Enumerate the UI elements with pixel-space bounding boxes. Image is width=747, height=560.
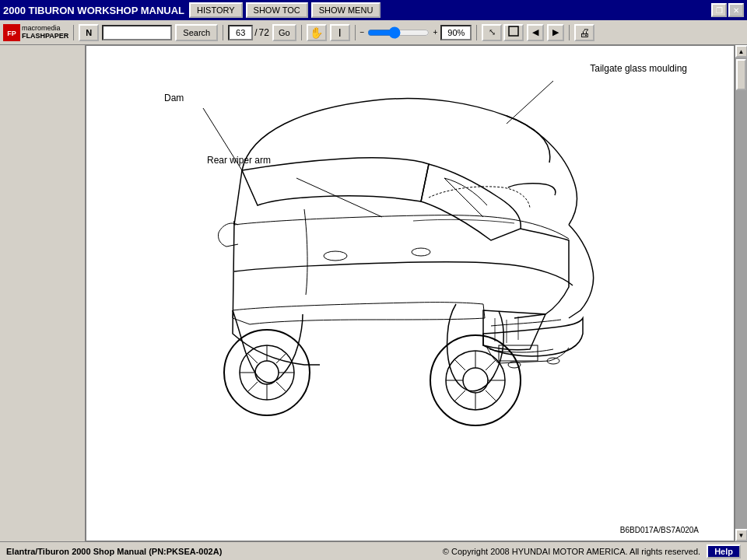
svg-point-22 <box>430 335 521 425</box>
show-menu-button[interactable]: SHOW MENU <box>311 2 381 18</box>
copyright-text: © Copyright 2008 HYUNDAI MOTOR AMERICA. … <box>443 547 700 556</box>
status-right: © Copyright 2008 HYUNDAI MOTOR AMERICA. … <box>443 544 741 558</box>
svg-line-31 <box>454 390 465 401</box>
status-bar: Elantra/Tiburon 2000 Shop Manual (PN:PKS… <box>0 541 747 560</box>
separator-6 <box>569 25 570 40</box>
nav-button[interactable]: N <box>79 24 99 41</box>
zoom-display: 90% <box>440 25 472 40</box>
restore-button[interactable]: ❐ <box>711 3 727 17</box>
printer-icon: 🖨 <box>579 26 590 39</box>
text-cursor-icon: I <box>338 26 342 39</box>
zoom-minus-icon: − <box>360 28 365 37</box>
restore-icon: ❐ <box>716 6 723 15</box>
logo: FP macromedia FLASHPAPER <box>3 24 68 41</box>
zoom-slider[interactable] <box>367 26 430 39</box>
next-arrow-icon: ▶ <box>552 27 559 37</box>
text-select-button[interactable]: I <box>330 24 350 41</box>
svg-rect-2 <box>509 26 518 36</box>
view-buttons: ⤡ <box>482 24 524 41</box>
separator-5 <box>476 25 477 40</box>
zoom-plus-icon: + <box>433 28 437 37</box>
close-icon: ✕ <box>733 6 739 15</box>
hand-tool-button[interactable]: ✋ <box>307 24 327 41</box>
svg-point-11 <box>224 330 310 415</box>
show-toc-button[interactable]: SHOW TOC <box>246 2 308 18</box>
svg-text:FP: FP <box>7 30 16 37</box>
page-total: 72 <box>259 27 269 38</box>
zoom-controls: − + 90% <box>360 25 472 40</box>
svg-point-7 <box>412 248 430 256</box>
svg-line-32 <box>486 359 496 370</box>
close-button[interactable]: ✕ <box>728 3 744 17</box>
page-icon <box>508 26 519 37</box>
left-sidebar <box>0 45 86 541</box>
page-display: / 72 <box>228 25 269 40</box>
scroll-down-button[interactable]: ▼ <box>735 529 748 541</box>
page-number-input[interactable] <box>228 25 253 40</box>
content-wrapper: Tailgate glass moulding Dam Rear wiper a… <box>0 45 747 541</box>
fit-page-button[interactable]: ⤡ <box>482 24 502 41</box>
diagram-area: Tailgate glass moulding Dam Rear wiper a… <box>86 46 734 541</box>
svg-point-13 <box>255 361 279 384</box>
svg-line-19 <box>276 382 286 392</box>
hand-icon: ✋ <box>310 26 323 39</box>
toolbar: FP macromedia FLASHPAPER N Search / 72 G… <box>0 20 747 45</box>
svg-line-30 <box>486 390 496 401</box>
prev-arrow-icon: ◀ <box>532 27 538 37</box>
status-document-info: Elantra/Tiburon 2000 Shop Manual (PN:PKS… <box>6 547 222 556</box>
svg-line-29 <box>454 359 465 370</box>
document-area: Tailgate glass moulding Dam Rear wiper a… <box>86 45 735 541</box>
flashpaper-logo-icon: FP <box>3 24 20 41</box>
scroll-down-icon: ▼ <box>738 532 745 539</box>
page-separator: / <box>254 27 257 38</box>
search-button[interactable]: Search <box>175 24 218 41</box>
next-page-button[interactable]: ▶ <box>547 24 564 41</box>
separator-2 <box>223 25 223 40</box>
vertical-scrollbar: ▲ ▼ <box>735 45 747 541</box>
history-button[interactable]: HISTORY <box>189 2 243 18</box>
app-title: 2000 TIBURON WORKSHOP MANUAL <box>3 5 184 16</box>
separator-3 <box>301 25 302 40</box>
svg-point-6 <box>324 251 347 261</box>
svg-line-20 <box>247 382 258 392</box>
logo-text: macromedia FLASHPAPER <box>22 25 68 40</box>
search-input[interactable] <box>102 25 172 40</box>
title-bar: 2000 TIBURON WORKSHOP MANUAL HISTORY SHO… <box>0 0 747 20</box>
scroll-thumb[interactable] <box>736 59 746 90</box>
print-button[interactable]: 🖨 <box>574 24 594 41</box>
single-page-icon <box>508 26 519 39</box>
separator-1 <box>73 25 74 40</box>
separator-4 <box>355 25 356 40</box>
fit-page-icon: ⤡ <box>489 27 496 37</box>
svg-point-24 <box>463 368 488 393</box>
prev-page-button[interactable]: ◀ <box>527 24 544 41</box>
scroll-up-icon: ▲ <box>738 48 745 55</box>
help-button[interactable]: Help <box>707 544 741 558</box>
scroll-track[interactable] <box>735 58 747 529</box>
go-button[interactable]: Go <box>272 24 296 41</box>
scroll-up-button[interactable]: ▲ <box>735 45 748 58</box>
car-diagram <box>149 69 615 443</box>
diagram-code: B6BD017A/BS7A020A <box>620 526 699 534</box>
single-page-button[interactable] <box>503 24 524 41</box>
